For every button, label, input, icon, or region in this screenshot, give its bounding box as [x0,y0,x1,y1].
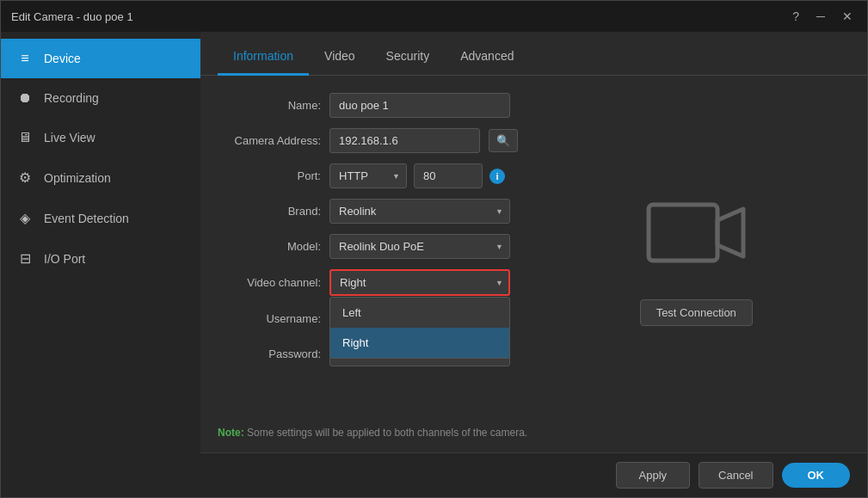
brand-select[interactable]: Reolink [329,199,510,224]
test-connection-button[interactable]: Test Connection [640,299,753,326]
ok-button[interactable]: OK [782,463,851,488]
port-row: Port: HTTP HTTPS RTSP i [218,163,526,188]
note-area: Note: Some settings will be applied to b… [200,412,867,452]
cancel-button[interactable]: Cancel [699,462,773,489]
video-channel-select[interactable]: Right Left [329,269,510,296]
note-body: Some settings will be applied to both ch… [244,427,528,439]
sidebar-item-device[interactable]: ≡ Device [1,39,200,78]
sidebar-item-optimization[interactable]: ⚙ Optimization [1,157,200,198]
content-area: Information Video Security Advanced Name… [200,32,867,497]
tabs-bar: Information Video Security Advanced [200,32,867,76]
port-label: Port: [218,169,321,182]
form-left: Name: Camera Address: 🔍 Port: [218,93,526,412]
model-select[interactable]: Reolink Duo PoE [329,234,510,259]
note-text: Note: Some settings will be applied to b… [218,427,527,439]
port-controls: HTTP HTTPS RTSP i [329,163,505,188]
sidebar-item-recording[interactable]: ⏺ Recording [1,78,200,118]
port-input[interactable] [414,163,483,188]
camera-icon [644,196,748,274]
sidebar-item-live-view[interactable]: 🖥 Live View [1,118,200,157]
live-view-icon: 🖥 [16,130,34,145]
window-controls: ? ─ ✕ [788,8,857,25]
main-window: Edit Camera - duo poe 1 ? ─ ✕ ≡ Device ⏺… [0,0,868,498]
event-detection-icon: ◈ [16,210,34,226]
tab-information[interactable]: Information [218,39,309,76]
optimization-icon: ⚙ [16,169,34,186]
svg-marker-1 [717,209,743,256]
video-channel-dropdown: Left Right [329,297,510,359]
window-title: Edit Camera - duo poe 1 [11,10,133,23]
recording-icon: ⏺ [16,90,34,106]
camera-address-input[interactable] [329,128,480,153]
tab-video[interactable]: Video [309,39,371,76]
model-wrapper: Reolink Duo PoE [329,234,510,259]
sidebar-label-device: Device [44,52,81,65]
sidebar-label-recording: Recording [44,91,99,105]
sidebar-label-event-detection: Event Detection [44,212,129,225]
protocol-wrapper: HTTP HTTPS RTSP [329,163,407,188]
model-label: Model: [218,240,321,253]
password-label: Password: [218,347,321,360]
camera-preview [627,179,765,291]
bottom-bar: Apply Cancel OK [200,452,867,497]
camera-address-row: Camera Address: 🔍 [218,128,526,153]
name-input[interactable] [329,93,510,118]
minimize-button[interactable]: ─ [812,8,829,25]
form-area: Name: Camera Address: 🔍 Port: [200,76,867,412]
svg-rect-0 [649,205,717,261]
sidebar: ≡ Device ⏺ Recording 🖥 Live View ⚙ Optim… [1,32,200,497]
apply-button[interactable]: Apply [616,462,691,489]
info-icon[interactable]: i [489,169,505,184]
tab-advanced[interactable]: Advanced [445,39,529,76]
sidebar-label-optimization: Optimization [44,171,111,185]
help-button[interactable]: ? [788,8,803,25]
brand-label: Brand: [218,205,321,218]
main-content: ≡ Device ⏺ Recording 🖥 Live View ⚙ Optim… [1,32,867,497]
dropdown-item-right[interactable]: Right [330,328,509,358]
brand-row: Brand: Reolink [218,199,526,224]
tab-security[interactable]: Security [371,39,446,76]
titlebar: Edit Camera - duo poe 1 ? ─ ✕ [1,1,867,32]
camera-address-label: Camera Address: [218,134,321,147]
dropdown-item-left[interactable]: Left [330,298,509,328]
search-button[interactable]: 🔍 [489,129,518,152]
video-channel-label: Video channel: [218,276,321,289]
model-row: Model: Reolink Duo PoE [218,234,526,259]
video-channel-row: Video channel: Right Left Left Right [218,269,526,296]
name-row: Name: [218,93,526,118]
sidebar-item-event-detection[interactable]: ◈ Event Detection [1,198,200,238]
sidebar-label-io-port: I/O Port [44,252,85,266]
io-port-icon: ⊟ [16,250,34,267]
brand-wrapper: Reolink [329,199,510,224]
protocol-select[interactable]: HTTP HTTPS RTSP [329,163,407,188]
name-label: Name: [218,99,321,112]
sidebar-label-live-view: Live View [44,131,95,144]
device-icon: ≡ [16,51,34,66]
video-channel-wrapper[interactable]: Right Left [329,269,510,296]
form-right: Test Connection [526,93,851,412]
username-label: Username: [218,312,321,325]
sidebar-item-io-port[interactable]: ⊟ I/O Port [1,238,200,279]
note-label: Note: [218,427,244,439]
close-button[interactable]: ✕ [838,8,857,25]
